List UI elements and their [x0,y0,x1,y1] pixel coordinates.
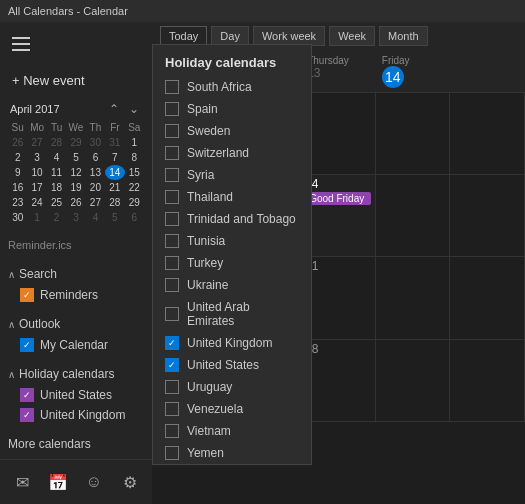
next-month-button[interactable]: ⌄ [126,102,142,116]
cal-day[interactable]: 12 [66,165,85,180]
cal-day[interactable]: 1 [125,135,144,150]
cal-cell-28[interactable]: 28 [301,340,376,421]
cal-cell-8[interactable] [376,93,451,174]
cal-day[interactable]: 8 [125,150,144,165]
dropdown-item-sweden[interactable]: Sweden [153,120,311,142]
cal-day[interactable]: 3 [66,210,85,225]
cal-cell-14[interactable]: 14 Good Friday [301,175,376,256]
trinidad-checkbox[interactable] [165,212,179,226]
cal-cell-22[interactable] [376,257,451,338]
cal-cell-29[interactable] [376,340,451,421]
day-button[interactable]: Day [211,26,249,46]
dropdown-item-yemen[interactable]: Yemen [153,442,311,464]
reminders-ics-header[interactable]: Reminder.ics [0,235,152,255]
cal-cell-15[interactable] [376,175,451,256]
week-button[interactable]: Week [329,26,375,46]
outlook-section-header[interactable]: ∧ Outlook [0,313,152,335]
uk-dropdown-checkbox[interactable] [165,336,179,350]
cal-day[interactable]: 20 [86,180,105,195]
dropdown-item-spain[interactable]: Spain [153,98,311,120]
yemen-checkbox[interactable] [165,446,179,460]
dropdown-item-venezuela[interactable]: Venezuela [153,398,311,420]
cal-day[interactable]: 19 [66,180,85,195]
sidebar-item-my-calendar[interactable]: My Calendar [0,335,152,355]
turkey-checkbox[interactable] [165,256,179,270]
cal-day[interactable]: 30 [8,210,27,225]
cal-day[interactable]: 11 [47,165,66,180]
thailand-checkbox[interactable] [165,190,179,204]
uae-checkbox[interactable] [165,307,179,321]
cal-day[interactable]: 24 [27,195,46,210]
venezuela-checkbox[interactable] [165,402,179,416]
dropdown-item-switzerland[interactable]: Switzerland [153,142,311,164]
us-dropdown-checkbox[interactable] [165,358,179,372]
switzerland-checkbox[interactable] [165,146,179,160]
cal-day-today[interactable]: 14 [105,165,124,180]
cal-day[interactable]: 31 [105,135,124,150]
cal-day[interactable]: 26 [8,135,27,150]
cal-day[interactable]: 9 [8,165,27,180]
sidebar-item-reminders[interactable]: Reminders [0,285,152,305]
search-section-header[interactable]: ∧ Search [0,263,152,285]
cal-day[interactable]: 7 [105,150,124,165]
more-calendars-header[interactable]: More calendars [0,433,152,455]
calendar-icon[interactable]: 📅 [44,468,72,496]
cal-day[interactable]: 3 [27,150,46,165]
event-good-friday[interactable]: Good Friday [305,192,371,205]
dropdown-item-us[interactable]: United States [153,354,311,376]
cal-day[interactable]: 6 [125,210,144,225]
cal-cell-21[interactable]: 21 [301,257,376,338]
my-calendar-checkbox[interactable] [20,338,34,352]
dropdown-item-ukraine[interactable]: Ukraine [153,274,311,296]
cal-day[interactable]: 1 [27,210,46,225]
syria-checkbox[interactable] [165,168,179,182]
work-week-button[interactable]: Work week [253,26,325,46]
cal-day[interactable]: 25 [47,195,66,210]
dropdown-item-thailand[interactable]: Thailand [153,186,311,208]
dropdown-item-trinidad[interactable]: Trinidad and Tobago [153,208,311,230]
cal-day[interactable]: 28 [105,195,124,210]
cal-day[interactable]: 29 [125,195,144,210]
cal-day[interactable]: 16 [8,180,27,195]
dropdown-item-vietnam[interactable]: Vietnam [153,420,311,442]
dropdown-item-tunisia[interactable]: Tunisia [153,230,311,252]
us-checkbox[interactable] [20,388,34,402]
cal-cell-7[interactable]: 7 [301,93,376,174]
spain-checkbox[interactable] [165,102,179,116]
cal-day[interactable]: 27 [27,135,46,150]
month-button[interactable]: Month [379,26,428,46]
cal-day[interactable]: 18 [47,180,66,195]
holiday-section-header[interactable]: ∧ Holiday calendars [0,363,152,385]
cal-day[interactable]: 4 [47,150,66,165]
cal-day[interactable]: 27 [86,195,105,210]
cal-day[interactable]: 23 [8,195,27,210]
cal-day[interactable]: 22 [125,180,144,195]
uk-checkbox[interactable] [20,408,34,422]
cal-day[interactable]: 21 [105,180,124,195]
uruguay-checkbox[interactable] [165,380,179,394]
cal-day[interactable]: 5 [105,210,124,225]
cal-day[interactable]: 4 [86,210,105,225]
ukraine-checkbox[interactable] [165,278,179,292]
cal-day[interactable]: 30 [86,135,105,150]
prev-month-button[interactable]: ⌃ [106,102,122,116]
today-button[interactable]: Today [160,26,207,46]
sidebar-item-uk[interactable]: United Kingdom [0,405,152,425]
tunisia-checkbox[interactable] [165,234,179,248]
mail-icon[interactable]: ✉ [8,468,36,496]
new-event-button[interactable]: + New event [0,65,152,96]
cal-day[interactable]: 26 [66,195,85,210]
dropdown-item-uk[interactable]: United Kingdom [153,332,311,354]
south-africa-checkbox[interactable] [165,80,179,94]
cal-day[interactable]: 10 [27,165,46,180]
dropdown-item-turkey[interactable]: Turkey [153,252,311,274]
settings-icon[interactable]: ⚙ [116,468,144,496]
sweden-checkbox[interactable] [165,124,179,138]
cal-day[interactable]: 29 [66,135,85,150]
cal-day[interactable]: 17 [27,180,46,195]
hamburger-icon[interactable] [12,37,30,51]
cal-day[interactable]: 13 [86,165,105,180]
sidebar-item-us[interactable]: United States [0,385,152,405]
cal-day[interactable]: 15 [125,165,144,180]
cal-day[interactable]: 2 [47,210,66,225]
